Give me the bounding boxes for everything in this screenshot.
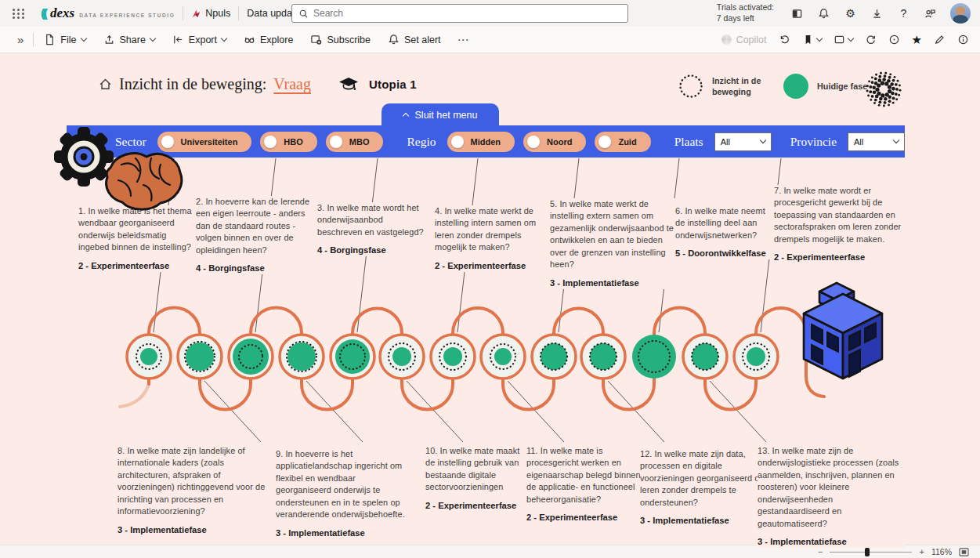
file-menu[interactable]: File <box>37 30 92 49</box>
favorite-star-icon[interactable]: ★ <box>912 34 922 45</box>
divider <box>33 33 34 47</box>
provincie-value: All <box>854 137 863 147</box>
workspace-switcher[interactable]: Npuls <box>191 8 230 19</box>
refresh-icon[interactable] <box>865 34 877 45</box>
legend-item-insight: Inzicht in de beweging <box>678 74 773 99</box>
more-options-icon[interactable]: ⋯ <box>451 33 476 47</box>
connector-line-q13 <box>710 381 766 442</box>
filter-pill-midden[interactable]: Midden <box>447 132 515 152</box>
provincie-dropdown[interactable]: All <box>848 132 905 151</box>
file-icon <box>44 34 56 45</box>
legend-item-current-phase: Huidige fase <box>783 74 878 99</box>
current-phase-circle-q11[interactable] <box>494 348 512 365</box>
connector-line-q4 <box>457 158 478 332</box>
brain-icon <box>107 154 182 210</box>
zoom-out-button[interactable]: − <box>818 548 823 556</box>
search-bar[interactable] <box>291 4 628 23</box>
copilot-icon <box>721 34 732 45</box>
page-title-row: Inzicht in de beweging: Vraag Utopia 1 <box>99 75 417 93</box>
chevron-down-icon <box>893 137 899 143</box>
pill-label: Zuid <box>618 137 636 147</box>
filter-pill-mbo[interactable]: MBO <box>326 132 384 152</box>
bookmarks-menu[interactable] <box>802 34 822 45</box>
divider <box>238 6 239 20</box>
info-icon[interactable] <box>957 34 969 45</box>
user-avatar[interactable] <box>950 3 971 24</box>
toggle-knob <box>598 136 611 148</box>
filter-pill-noord[interactable]: Noord <box>523 132 586 152</box>
export-menu[interactable]: Export <box>165 30 233 49</box>
download-icon[interactable] <box>870 7 884 20</box>
current-phase-circle-q8[interactable] <box>186 342 214 371</box>
help-icon[interactable]: ? <box>897 7 910 20</box>
plaats-label: Plaats <box>674 135 703 149</box>
workspace-name: Npuls <box>205 8 230 19</box>
view-frame-icon <box>834 34 845 45</box>
bookmark-icon <box>802 34 814 45</box>
plaats-value: All <box>721 137 730 147</box>
current-phase-circle-q10[interactable] <box>392 347 411 366</box>
dexs-logo: ((( dexs DATA EXPERIENCE STUDIO <box>41 5 175 21</box>
zoom-in-button[interactable]: + <box>919 548 924 556</box>
connector-line-q11 <box>508 381 564 442</box>
connector-line-q12 <box>608 381 664 442</box>
provincie-label: Provincie <box>790 135 837 149</box>
title-link-vraag[interactable]: Vraag <box>273 75 311 93</box>
regio-label: Regio <box>407 135 436 149</box>
subscribe-icon <box>310 34 322 45</box>
toggle-knob <box>330 136 342 148</box>
plaats-dropdown[interactable]: All <box>714 132 772 151</box>
copilot-button: Copilot <box>721 34 767 45</box>
brand-subtitle: DATA EXPERIENCE STUDIO <box>79 13 175 18</box>
header-actions: Trials activated:7 days left ⚙ ? <box>717 2 971 24</box>
brand-name: dexs <box>50 5 74 21</box>
divider <box>183 6 183 20</box>
explore-button[interactable]: Explore <box>237 30 300 49</box>
connector-line-q8 <box>204 381 261 442</box>
fit-to-page-icon[interactable] <box>959 548 969 556</box>
filter-pill-zuid[interactable]: Zuid <box>595 132 650 152</box>
chevron-down-icon <box>759 137 765 143</box>
share-icon <box>103 34 115 45</box>
green-circle-icon <box>783 74 808 99</box>
chevron-down-icon <box>815 35 822 42</box>
subscribe-button[interactable]: Subscribe <box>303 30 378 49</box>
share-menu[interactable]: Share <box>96 30 162 49</box>
home-icon[interactable] <box>99 78 112 91</box>
app-header: ((( dexs DATA EXPERIENCE STUDIO Npuls Da… <box>0 0 980 27</box>
settings-gear-icon[interactable]: ⚙ <box>844 7 857 20</box>
close-menu-label: Sluit het menu <box>415 110 478 121</box>
current-phase-circle-q4[interactable] <box>443 347 462 366</box>
set-alert-button[interactable]: Set alert <box>381 30 448 49</box>
graduation-cap-icon <box>338 77 359 92</box>
alert-bell-icon <box>388 34 400 45</box>
current-phase-circle-q9[interactable] <box>287 342 316 371</box>
feedback-icon[interactable] <box>924 7 937 20</box>
comments-icon[interactable] <box>888 34 900 45</box>
search-input[interactable] <box>313 8 621 19</box>
current-phase-circle-q7[interactable] <box>747 347 765 366</box>
regio-pills: MiddenNoordZuid <box>447 132 651 152</box>
view-menu[interactable] <box>834 34 853 45</box>
search-icon <box>298 9 309 19</box>
waffle-menu-icon[interactable] <box>9 5 28 22</box>
current-phase-circle-q1[interactable] <box>140 348 157 365</box>
edit-pencil-icon[interactable] <box>934 34 946 45</box>
report-subtitle: Utopia 1 <box>369 78 417 91</box>
explore-icon <box>244 34 255 45</box>
expand-pane-icon[interactable]: » <box>11 33 30 46</box>
page-title: Inzicht in de beweging: <box>119 75 266 93</box>
pill-label: HBO <box>284 137 302 147</box>
report-canvas: Inzicht in de beweging: Vraag Utopia 1 I… <box>0 53 980 545</box>
zoom-slider-handle[interactable] <box>865 548 870 556</box>
building-illustration <box>793 276 896 384</box>
zoom-slider[interactable] <box>830 552 912 553</box>
reset-icon[interactable] <box>779 34 790 45</box>
chevron-down-icon <box>847 35 853 42</box>
filter-pill-hbo[interactable]: HBO <box>260 132 316 152</box>
chevron-down-icon <box>80 35 86 42</box>
side-panel-icon[interactable] <box>790 7 804 20</box>
notifications-bell-icon[interactable] <box>817 7 830 20</box>
close-menu-tab[interactable]: Sluit het menu <box>382 103 499 126</box>
legend: Inzicht in de beweging Huidige fase <box>678 74 878 99</box>
